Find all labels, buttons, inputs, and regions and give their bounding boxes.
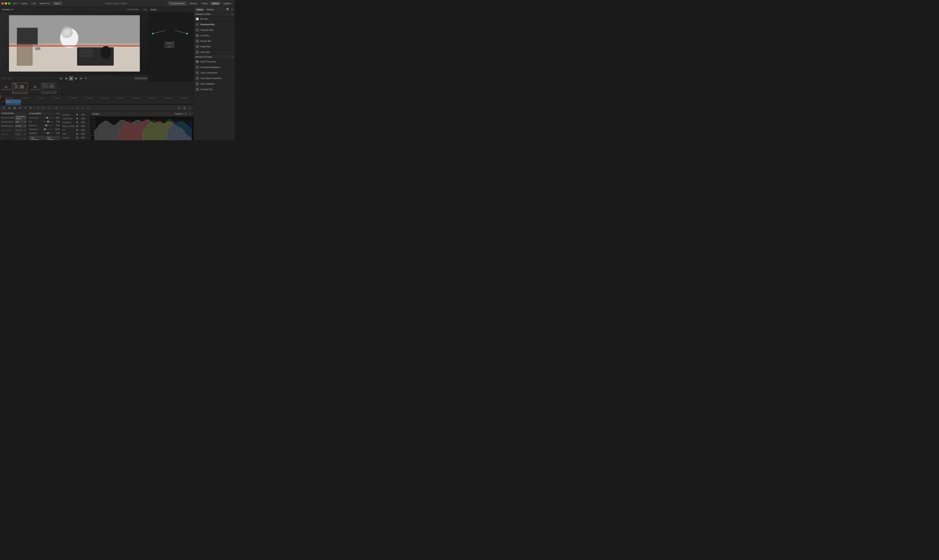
minimize-button[interactable] [5, 2, 7, 5]
fx-item-zoom-blur[interactable]: ⊕ Zoom Blur [194, 49, 235, 55]
scopes-mode[interactable]: Parade ▾ [175, 112, 183, 115]
plus-icon[interactable]: + [65, 106, 69, 110]
nav-clips[interactable]: Clips ▾ [52, 2, 62, 5]
diamond-icon[interactable]: ◇ [86, 106, 91, 110]
node-item-01[interactable]: 01 ⊡ [165, 41, 174, 48]
redo-icon[interactable]: ↪ [8, 77, 10, 80]
node-canvas[interactable]: 01 ⊡ [149, 12, 194, 81]
fx-color-section-header[interactable]: Resolve FX Color ▲ [194, 55, 235, 59]
module-nodes[interactable]: Nodes [200, 2, 210, 5]
fx-item-box-blur[interactable]: ⬜ Box Blur [194, 16, 235, 22]
fx-item-chromatic-adaptation[interactable]: ⊛ Chromatic Adaptation [194, 65, 235, 70]
module-color-icon[interactable]: ⚙ [206, 140, 212, 140]
fx-item-radial-blur[interactable]: ✺ Radial Blur [194, 44, 235, 49]
fx-item-color-stabilizer[interactable]: ◈ Color Stabilizer [194, 81, 235, 87]
box-icon[interactable]: □ [80, 106, 85, 110]
timeline-ruler[interactable]: 01:00:00:00 01:00:00:20 01:00:01:15 01:0… [0, 95, 194, 99]
go-end-button[interactable]: ⏭ [79, 77, 83, 80]
select-icon[interactable]: ✦ [41, 106, 46, 110]
module-edit-icon[interactable]: ≡ [194, 140, 199, 140]
saturation-dot[interactable] [76, 122, 78, 123]
wand-icon[interactable]: ✧ [46, 106, 51, 110]
scope-grid-icon[interactable]: ⊞ [184, 112, 188, 116]
fx-blur-section-header[interactable]: Resolve FX Blur ▲ [194, 12, 235, 16]
rotate-icon[interactable]: ↺ [54, 106, 59, 110]
fx-item-mosaic-blur[interactable]: ⊞ Mosaic Blur [194, 38, 235, 44]
pen-icon[interactable]: ✎ [36, 106, 40, 110]
preview-canvas[interactable] [0, 12, 149, 75]
star-icon[interactable]: ✦ [23, 106, 28, 110]
iso-dropdown[interactable]: ▾ [15, 137, 26, 140]
undo-icon[interactable]: ↩ [5, 77, 7, 80]
clip-thumb-02[interactable]: DNG [41, 83, 56, 94]
preview-scrubber[interactable] [0, 75, 149, 75]
zoom-control[interactable]: 44% ▾ [12, 2, 19, 5]
fx-item-color-compressor[interactable]: ⊟ Color Compressor [194, 70, 235, 75]
fx-item-contrast-pop[interactable]: ◑ Contrast Pop [194, 87, 235, 92]
circle-icon[interactable]: ◉ [12, 106, 17, 110]
midtone-detail-dot[interactable] [76, 125, 78, 127]
cinemadng-options[interactable]: ••• [57, 112, 59, 115]
nav-luts[interactable]: LUTs [30, 2, 38, 5]
fx-item-directional-blur[interactable]: ↔ Directional Blur [194, 22, 235, 27]
maximize-button[interactable] [8, 2, 10, 5]
contrast-dot[interactable] [76, 137, 78, 138]
fx-item-aces-transform[interactable]: ⬜ ACES Transform [194, 59, 235, 65]
white-balance-dropdown[interactable]: As shot ▾ [15, 125, 26, 128]
gain-dot[interactable] [76, 133, 78, 135]
use-settings-button[interactable]: Use Settings [45, 136, 60, 140]
sharpness-slider[interactable] [43, 129, 53, 129]
module-timeline[interactable]: Timeline [187, 2, 199, 5]
quick-export-button[interactable]: ⬆ Quick Export [168, 2, 187, 5]
step-back-button[interactable]: ◀ [64, 77, 68, 80]
module-fairlight-icon[interactable]: ♪ [213, 140, 218, 140]
go-start-button[interactable]: ⏮ [59, 77, 63, 80]
decode-quality-dropdown[interactable]: Use project setting ▾ [15, 115, 26, 120]
highlights-slider[interactable] [43, 133, 53, 134]
close-panel-icon[interactable]: ✕ [231, 8, 233, 11]
use-changes-button[interactable]: Use Changes [29, 136, 44, 140]
tint-slider[interactable] [43, 122, 53, 122]
arrow-icon[interactable]: → [70, 106, 74, 110]
fx-item-gaussian-blur[interactable]: ◯ Gaussian Blur [194, 27, 235, 33]
exposure-slider[interactable] [43, 125, 53, 126]
pencil-icon[interactable]: ✎ [2, 77, 4, 80]
chart-icon[interactable]: ▨ [182, 106, 187, 110]
color-temp-slider[interactable] [43, 118, 53, 118]
module-effects[interactable]: Effects [211, 2, 220, 5]
timeline-track[interactable]: V1 DNG [0, 99, 194, 104]
color-space-dropdown[interactable]: Rec.709 ▾ [15, 129, 26, 132]
color-boost-dot[interactable] [76, 118, 78, 119]
module-deliver-icon[interactable]: ↑ [219, 140, 224, 140]
loop-button[interactable]: ↻ [84, 77, 88, 80]
settings-tab[interactable]: Settings [205, 8, 215, 11]
zoom-icon[interactable]: ⊕ [18, 106, 22, 110]
sync-icon[interactable]: ⚙ [2, 106, 6, 110]
step-forward-button[interactable]: ▶ [74, 77, 78, 80]
module-fusion-icon[interactable]: ◈ [200, 140, 205, 140]
node-options[interactable]: ⋯ [190, 8, 192, 11]
flag-icon[interactable]: ⚑ [28, 106, 33, 110]
track-clip-01[interactable]: DNG [6, 100, 21, 104]
stop-button[interactable]: ■ [69, 76, 73, 80]
search-icon[interactable]: 🔍 [226, 8, 230, 11]
fx-item-color-space-transform[interactable]: ⊠ Color Space Transform [194, 75, 235, 81]
clip-thumb-01[interactable]: DNG [12, 83, 28, 94]
close-button[interactable] [2, 2, 4, 5]
track-clips[interactable]: DNG [6, 99, 194, 104]
decode-using-dropdown[interactable]: Clip ▾ [15, 120, 26, 123]
gamma-dropdown[interactable]: sRGB ▾ [15, 133, 26, 136]
settings-icon[interactable]: ⚙ [177, 106, 182, 110]
nav-gallery[interactable]: Gallery [20, 2, 29, 5]
circle2-icon[interactable]: ○ [59, 106, 64, 110]
lift-dot[interactable] [76, 129, 78, 131]
library-tab[interactable]: Library [196, 8, 204, 11]
layers-icon[interactable]: ≡ [75, 106, 80, 110]
shadows-dot[interactable] [76, 114, 78, 115]
nav-media-pool[interactable]: Media Pool [38, 2, 52, 5]
module-lightbox[interactable]: Lightbox [221, 2, 233, 5]
scope-expand-icon[interactable]: ⤢ [188, 112, 192, 116]
fx-item-lens-blur[interactable]: ◉ Lens Blur [194, 33, 235, 38]
grid-icon[interactable]: ⊞ [7, 106, 11, 110]
info-icon[interactable]: ℹ [188, 106, 192, 110]
